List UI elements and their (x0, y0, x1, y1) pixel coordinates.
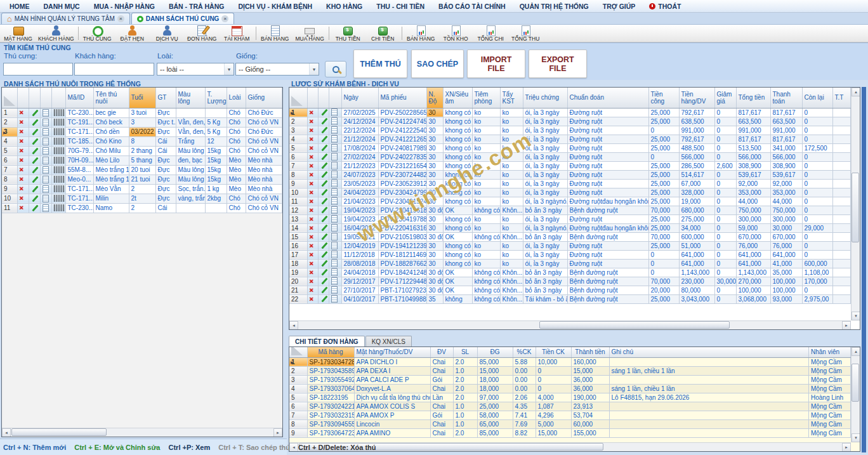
cell-con-lai[interactable]: 0 (802, 232, 832, 241)
column-header-n-do[interactable]: N. Độ (426, 88, 443, 108)
cell-mau-long[interactable] (176, 203, 205, 213)
cell-chuan-doan[interactable]: Đường ruột (567, 108, 648, 117)
edit-button[interactable] (318, 277, 329, 286)
delete-button[interactable]: × (17, 175, 29, 184)
edit-button[interactable] (318, 170, 329, 179)
row-number[interactable]: 1 (2, 108, 17, 117)
cell-chuan-doan[interactable]: Bệnh đường ruột (567, 294, 648, 303)
cell-t-luong[interactable] (205, 203, 227, 213)
cell-xn-sieu-am[interactable]: khong có (443, 170, 472, 179)
delete-button[interactable]: × (307, 294, 318, 303)
table-row[interactable]: ▶1×27/02/2025PDV-250228565...30khong cók… (289, 108, 851, 117)
cell-mat-hang-thuoc-dv[interactable]: Dịch vụ cắt tỉa lông thú chó mèo (354, 393, 430, 402)
edit-button[interactable] (318, 268, 329, 277)
cell-t-t[interactable] (832, 206, 851, 214)
cell-trieu-chung[interactable]: ói, ỉa 3 ngày (523, 259, 567, 268)
delete-button[interactable]: × (307, 197, 318, 206)
cell-t-t[interactable] (832, 152, 851, 161)
delete-button[interactable]: × (17, 117, 29, 127)
cell-ten-thu-nuoi[interactable]: Mèo Lilo (93, 155, 129, 165)
delete-button[interactable]: × (307, 126, 318, 135)
cell-ma-phieu[interactable]: PBT-1710499885 (378, 294, 426, 303)
table-row[interactable]: 7×55M-8...Mèo trắng 1520 tuoiĐựcMàu lông… (2, 165, 282, 175)
cell-thanh-tien[interactable]: 36,000 (571, 384, 609, 393)
row-number[interactable]: 9 (289, 428, 307, 437)
cell-thanh-toan[interactable]: 353,000 (770, 188, 802, 197)
cell-mat-hang-thuoc-dv[interactable]: APA AMOX P (354, 411, 430, 419)
view-button[interactable] (329, 241, 341, 250)
cell-mat-hang-thuoc-dv[interactable]: APA AMINO (354, 428, 430, 437)
cell-chuan-doan[interactable]: Đường ruột (567, 135, 648, 143)
cell-ghi-chu[interactable] (609, 375, 809, 384)
cell-n-do[interactable]: 30 (426, 161, 443, 170)
cell-tay-kst[interactable]: Khôn... (500, 294, 523, 303)
table-row[interactable]: 2SP-1793043589APA DEXA IChai1.015,0000.0… (289, 366, 851, 375)
cell-tien-hang-dv[interactable]: 19,000 (679, 197, 714, 206)
row-number[interactable]: 5 (2, 146, 17, 155)
cell-ck[interactable]: 7.41 (513, 411, 536, 419)
cell-mau-long[interactable] (176, 108, 205, 117)
cell-con-lai[interactable]: 0 (802, 241, 832, 250)
cell-dg[interactable]: 65,000 (477, 419, 513, 428)
cell-giam-gia[interactable]: 0 (714, 117, 736, 126)
cell-giong[interactable]: Chó Đức (246, 127, 282, 136)
cell-chuan-doan[interactable]: Đường ruột (567, 170, 648, 179)
view-button[interactable] (329, 126, 341, 135)
cell-tien-ck[interactable]: 0 (536, 384, 571, 393)
barcode-button[interactable] (51, 203, 65, 213)
row-number[interactable]: 7 (2, 165, 17, 175)
cell-t-luong[interactable]: 15kg (205, 165, 227, 175)
column-header-mat-hang-thuoc-dv[interactable]: Mặt hàng/Thuốc/DV (354, 347, 430, 357)
edit-button[interactable] (318, 179, 329, 188)
column-header-mau-long[interactable]: Màu lông (176, 88, 205, 108)
view-button[interactable] (40, 146, 51, 155)
history-table-hscrollbar[interactable]: ◄ ► (289, 320, 851, 329)
cell-chuan-doan[interactable]: Đường ruột (567, 188, 648, 197)
column-header-ma-phieu[interactable]: Mã phiếu (378, 88, 426, 108)
delete-button[interactable]: × (17, 136, 29, 146)
cell-loai[interactable]: Chó (227, 146, 246, 155)
cell-ghi-chu[interactable] (609, 411, 809, 419)
cell-loai[interactable]: Mèo (227, 175, 246, 184)
barcode-button[interactable] (51, 127, 65, 136)
cell-ma-phieu[interactable]: PDV-2408179898 (378, 143, 426, 152)
cell-tay-kst[interactable]: ko (500, 179, 523, 188)
barcode-button[interactable] (51, 165, 65, 175)
cell-tien-cong[interactable]: 0 (648, 259, 679, 268)
cell-giam-gia[interactable]: 0 (714, 223, 736, 232)
cell-ma-phieu[interactable]: PDV-1882876625 (378, 259, 426, 268)
cell-mau-long[interactable]: Vằn, đen,... (176, 117, 205, 127)
cell-con-lai[interactable]: 0 (802, 135, 832, 143)
cell-tong-tien[interactable]: 270,000 (736, 277, 770, 286)
cell-tay-kst[interactable]: ko (500, 188, 523, 197)
cell-t-t[interactable] (832, 179, 851, 188)
cell-tong-tien[interactable]: 817,617 (736, 135, 770, 143)
cell-n-do[interactable]: 30 (426, 188, 443, 197)
cell-thanh-tien[interactable]: 23,913 (571, 402, 609, 411)
cell-tay-kst[interactable]: ko (500, 152, 523, 161)
table-row[interactable]: 8SP-1793094555LincocinChai1.065,0007.695… (289, 419, 851, 428)
cell-ngay[interactable]: 27/02/2025 (341, 108, 378, 117)
cell-mau-long[interactable]: Màu lông (176, 146, 205, 155)
column-header-tong-tien[interactable]: Tổng tiền (736, 88, 770, 108)
row-number[interactable]: 6 (289, 402, 307, 411)
cell-dg[interactable]: 18,000 (477, 384, 513, 393)
delete-button[interactable]: × (17, 203, 29, 213)
cell-tien-hang-dv[interactable]: 230,000 (679, 277, 714, 286)
cell-ten-thu-nuoi[interactable]: Namo (93, 203, 129, 213)
cell-ma-hang[interactable]: SP-18223195 (307, 393, 354, 402)
cell-ngay[interactable]: 28/08/2018 (341, 259, 378, 268)
cell-ngay[interactable]: 24/04/2023 (341, 188, 378, 197)
cell-ten-thu-nuoi[interactable]: Chó dền (93, 127, 129, 136)
cell-giong[interactable]: Mèo nhà (246, 184, 282, 194)
table-row[interactable]: 7×21/12/2023PDV-231221654...30khong cóko… (289, 161, 851, 170)
toolbar-button-tong-thu[interactable]: TỔNG THU (508, 25, 543, 42)
cell-nhan-vien[interactable]: Mộng Cầm (809, 357, 851, 366)
edit-button[interactable] (318, 214, 329, 223)
view-button[interactable] (40, 165, 51, 175)
cell-tong-tien[interactable]: 59,000 (736, 223, 770, 232)
table-row[interactable]: 4×TC-185...Chó Kino8CáiTrắng12ChóChó cỏ … (2, 136, 282, 146)
column-header-tien-ck[interactable]: Tiền CK (536, 347, 571, 357)
cell-tien-cong[interactable]: 70,000 (648, 277, 679, 286)
cell-nhan-vien[interactable]: Mộng Cầm (809, 419, 851, 428)
